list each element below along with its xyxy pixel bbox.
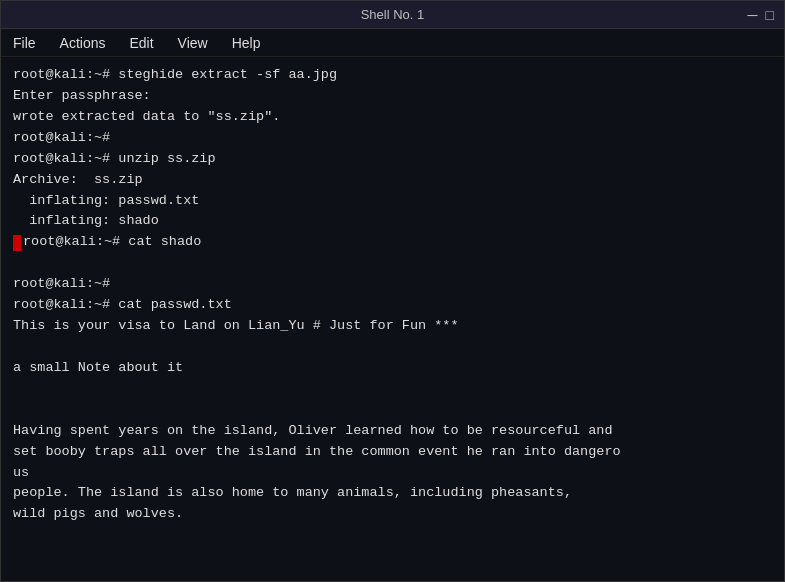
terminal-line: inflating: passwd.txt bbox=[13, 191, 772, 212]
terminal-line: root@kali:~# cat shado bbox=[23, 232, 201, 253]
terminal-line: wrote extracted data to "ss.zip". bbox=[13, 107, 772, 128]
terminal-window: Shell No. 1 ─ □ File Actions Edit View H… bbox=[0, 0, 785, 582]
menu-edit[interactable]: Edit bbox=[125, 33, 157, 53]
menu-help[interactable]: Help bbox=[228, 33, 265, 53]
terminal-empty-line bbox=[13, 337, 772, 358]
terminal-line: Archive: ss.zip bbox=[13, 170, 772, 191]
maximize-button[interactable]: □ bbox=[766, 8, 774, 22]
menu-file[interactable]: File bbox=[9, 33, 40, 53]
terminal-empty-line bbox=[13, 253, 772, 274]
terminal-line: people. The island is also home to many … bbox=[13, 483, 772, 504]
terminal-line: a small Note about it bbox=[13, 358, 772, 379]
cursor-block bbox=[13, 235, 21, 251]
terminal-line: root@kali:~# bbox=[13, 274, 772, 295]
terminal-line: root@kali:~# cat passwd.txt bbox=[13, 295, 772, 316]
terminal-line: set booby traps all over the island in t… bbox=[13, 442, 772, 463]
terminal-line: Having spent years on the island, Oliver… bbox=[13, 421, 772, 442]
terminal-line: inflating: shado bbox=[13, 211, 772, 232]
window-controls: ─ □ bbox=[748, 8, 774, 22]
terminal-line: us bbox=[13, 463, 772, 484]
menu-view[interactable]: View bbox=[174, 33, 212, 53]
menu-actions[interactable]: Actions bbox=[56, 33, 110, 53]
minimize-button[interactable]: ─ bbox=[748, 8, 758, 22]
terminal-body[interactable]: root@kali:~# steghide extract -sf aa.jpg… bbox=[1, 57, 784, 581]
terminal-highlight-line: root@kali:~# cat shado bbox=[13, 232, 772, 253]
terminal-line: root@kali:~# steghide extract -sf aa.jpg bbox=[13, 65, 772, 86]
menu-bar: File Actions Edit View Help bbox=[1, 29, 784, 57]
terminal-empty-line bbox=[13, 400, 772, 421]
terminal-line: This is your visa to Land on Lian_Yu # J… bbox=[13, 316, 772, 337]
terminal-line: wild pigs and wolves. bbox=[13, 504, 772, 525]
terminal-empty-line bbox=[13, 379, 772, 400]
window-title: Shell No. 1 bbox=[361, 7, 425, 22]
title-bar: Shell No. 1 ─ □ bbox=[1, 1, 784, 29]
terminal-line: root@kali:~# unzip ss.zip bbox=[13, 149, 772, 170]
terminal-line: Enter passphrase: bbox=[13, 86, 772, 107]
terminal-line: root@kali:~# bbox=[13, 128, 772, 149]
